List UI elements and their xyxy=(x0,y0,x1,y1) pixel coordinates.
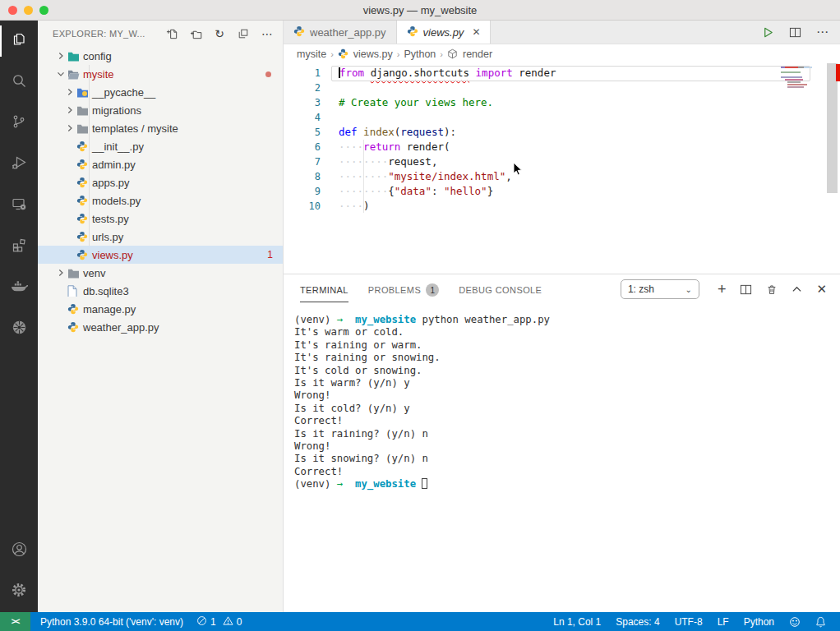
tab-terminal[interactable]: TERMINAL xyxy=(300,277,348,302)
breadcrumb: mysite › views.py › Python › render xyxy=(284,44,840,63)
terminal-output[interactable]: (venv) → my_website python weather_app.p… xyxy=(284,304,840,491)
chevron-right-icon: › xyxy=(330,49,335,59)
tree-item-models-py[interactable]: models.py xyxy=(38,191,283,210)
tree-item-urls-py[interactable]: urls.py xyxy=(38,228,283,246)
code-line-text: ········request, xyxy=(321,154,437,169)
tab-problems[interactable]: PROBLEMS 1 xyxy=(368,275,439,303)
activity-kubernetes[interactable] xyxy=(0,308,38,349)
breadcrumb-item-render[interactable]: render xyxy=(463,48,492,60)
tree-item-db-sqlite3[interactable]: db.sqlite3 xyxy=(38,282,283,300)
tab-views-py[interactable]: views.py ✕ xyxy=(397,21,492,44)
tab-weather-app[interactable]: weather_app.py xyxy=(284,21,397,44)
tab-label: PROBLEMS xyxy=(368,285,421,295)
tree-item-templates-mysite[interactable]: templates / mysite xyxy=(38,119,283,137)
breadcrumb-item-mysite[interactable]: mysite xyxy=(297,48,326,60)
folder-gray-icon xyxy=(76,123,91,134)
code-line-6[interactable]: 6····return render( xyxy=(284,140,840,154)
language-mode-status[interactable]: Python xyxy=(736,612,782,631)
explorer-icon xyxy=(11,31,27,51)
code-line-text: ····return render( xyxy=(321,140,450,154)
tree-item--init-py[interactable]: __init__.py xyxy=(38,137,283,155)
feedback-icon[interactable] xyxy=(782,612,808,631)
indentation-status[interactable]: Spaces: 4 xyxy=(608,612,667,631)
code-line-5[interactable]: 5def index(request): xyxy=(284,125,840,140)
code-line-8[interactable]: 8········"mysite/index.html", xyxy=(284,169,840,184)
refresh-icon[interactable]: ↻ xyxy=(212,26,227,41)
more-actions-icon[interactable]: ⋯ xyxy=(260,26,275,41)
more-actions-icon[interactable]: ⋯ xyxy=(816,25,828,39)
code-line-3[interactable]: 3# Create your views here. xyxy=(284,95,840,110)
tree-item-migrations[interactable]: migrations xyxy=(38,101,283,119)
problems-status[interactable]: 1 0 xyxy=(190,612,248,631)
collapse-all-icon[interactable] xyxy=(236,26,251,41)
extensions-icon xyxy=(12,237,27,256)
tree-item-tests-py[interactable]: tests.py xyxy=(38,210,283,228)
code-line-9[interactable]: 9········{"data": "hello"} xyxy=(284,184,840,199)
zoom-window-button[interactable] xyxy=(39,6,48,15)
tree-item-weather-app-py[interactable]: weather_app.py xyxy=(38,318,283,336)
line-number: 1 xyxy=(284,66,321,81)
terminal-shell-select[interactable]: 1: zsh ⌄ xyxy=(621,279,699,299)
split-editor-icon[interactable] xyxy=(789,26,801,39)
code-line-1[interactable]: 1from django.shortcuts import render xyxy=(284,66,840,81)
code-line-text: def index(request): xyxy=(321,125,456,140)
activity-docker[interactable] xyxy=(0,267,38,308)
problems-count-badge: 1 xyxy=(267,249,273,260)
kill-terminal-icon[interactable] xyxy=(766,283,778,296)
chevron-right-icon xyxy=(63,88,76,96)
tree-item-admin-py[interactable]: admin.py xyxy=(38,155,283,173)
new-folder-icon[interactable] xyxy=(188,26,203,41)
breadcrumb-item-python[interactable]: Python xyxy=(404,48,436,60)
python-file-icon xyxy=(407,25,418,39)
tree-item-views-py[interactable]: views.py1 xyxy=(38,246,283,264)
tree-item--pycache-[interactable]: __pycache__ xyxy=(38,83,283,101)
close-panel-icon[interactable]: ✕ xyxy=(816,282,827,297)
code-line-7[interactable]: 7········request, xyxy=(284,154,840,169)
close-window-button[interactable] xyxy=(8,6,17,15)
activity-extensions[interactable] xyxy=(0,226,38,267)
tree-item-venv[interactable]: venv xyxy=(38,264,283,282)
folder-blue-icon xyxy=(76,87,91,98)
run-python-file-icon[interactable] xyxy=(762,26,774,39)
notifications-bell-icon[interactable] xyxy=(808,612,833,631)
new-file-icon[interactable] xyxy=(164,26,179,41)
chevron-right-icon xyxy=(54,269,67,277)
code-editor[interactable]: 1from django.shortcuts import render23# … xyxy=(284,63,840,274)
new-terminal-icon[interactable]: + xyxy=(718,281,727,298)
python-interpreter-status[interactable]: Python 3.9.0 64-bit ('venv': venv) xyxy=(34,612,190,631)
tab-debug-console[interactable]: DEBUG CONSOLE xyxy=(459,277,542,302)
terminal-line: Is it warm? (y/n) y xyxy=(294,377,840,389)
tree-item-mysite[interactable]: mysite xyxy=(38,65,283,83)
minimize-window-button[interactable] xyxy=(24,6,33,15)
tree-item-manage-py[interactable]: manage.py xyxy=(38,300,283,318)
shell-label: 1: zsh xyxy=(628,283,654,295)
activity-source-control[interactable] xyxy=(0,103,38,144)
code-line-text: # Create your views here. xyxy=(321,95,493,110)
python-icon xyxy=(76,177,91,188)
activity-explorer[interactable] xyxy=(0,21,38,62)
tree-item-config[interactable]: config xyxy=(38,47,283,65)
activity-account[interactable] xyxy=(0,530,38,571)
activity-search[interactable] xyxy=(0,62,38,103)
close-icon[interactable]: ✕ xyxy=(472,26,480,38)
code-line-10[interactable]: 10····) xyxy=(284,199,840,214)
tree-item-apps-py[interactable]: apps.py xyxy=(38,173,283,191)
code-line-2[interactable]: 2 xyxy=(284,81,840,95)
eol-status[interactable]: LF xyxy=(710,612,736,631)
activity-run-debug[interactable] xyxy=(0,144,38,185)
file-tree: configmysite__pycache__migrationstemplat… xyxy=(38,47,283,336)
activity-remote-explorer[interactable] xyxy=(0,185,38,226)
line-number: 2 xyxy=(284,81,321,95)
encoding-status[interactable]: UTF-8 xyxy=(667,612,710,631)
activity-settings[interactable] xyxy=(0,571,38,612)
remote-indicator[interactable]: >< xyxy=(0,612,30,631)
split-terminal-icon[interactable] xyxy=(740,283,752,296)
maximize-panel-icon[interactable] xyxy=(792,284,802,295)
breadcrumb-item-views-py[interactable]: views.py xyxy=(353,48,393,60)
code-line-4[interactable]: 4 xyxy=(284,110,840,125)
chevron-right-icon xyxy=(54,52,67,60)
line-number: 6 xyxy=(284,140,321,154)
cursor-position-status[interactable]: Ln 1, Col 1 xyxy=(546,612,608,631)
terminal-panel: TERMINAL PROBLEMS 1 DEBUG CONSOLE 1: zsh… xyxy=(284,274,840,612)
tree-item-label: venv xyxy=(83,267,105,279)
